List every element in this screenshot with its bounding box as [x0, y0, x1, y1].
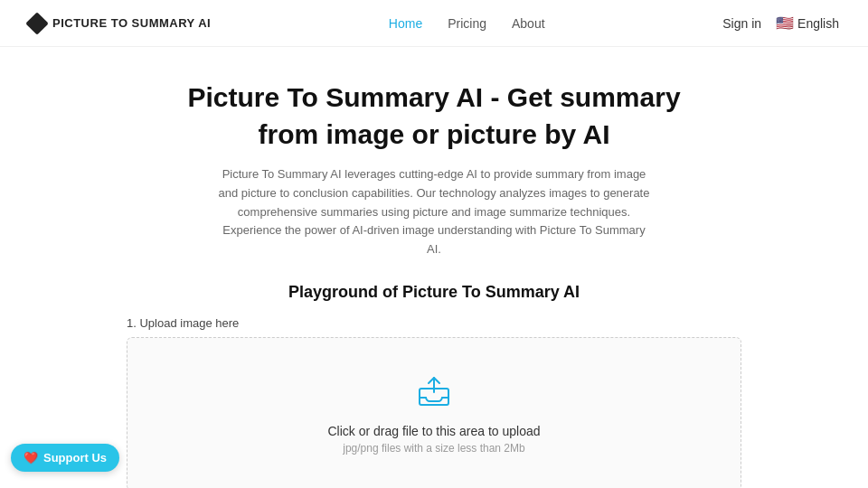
nav-links: Home Pricing About [389, 16, 545, 31]
nav-logo[interactable]: PICTURE TO SUMMARY AI [29, 15, 211, 32]
upload-label: 1. Upload image here [127, 316, 741, 330]
language-label: English [797, 16, 839, 31]
upload-icon [414, 372, 454, 415]
playground-title: Playground of Picture To Summary AI [127, 283, 741, 302]
signin-button[interactable]: Sign in [722, 16, 761, 31]
flag-icon: 🇺🇸 [776, 14, 794, 32]
upload-main-text: Click or drag file to this area to uploa… [327, 424, 540, 438]
upload-dropzone[interactable]: Click or drag file to this area to uploa… [127, 337, 741, 488]
playground-section: Playground of Picture To Summary AI 1. U… [90, 277, 778, 488]
support-button[interactable]: ❤️ Support Us [11, 444, 119, 472]
navbar: PICTURE TO SUMMARY AI Home Pricing About… [0, 0, 868, 47]
nav-link-about[interactable]: About [512, 16, 545, 31]
hero-section: Picture To Summary AI - Get summary from… [0, 47, 868, 277]
logo-diamond-icon [25, 12, 48, 34]
hero-title: Picture To Summary AI - Get summary from… [154, 80, 714, 153]
heart-icon: ❤️ [24, 451, 38, 465]
nav-right: Sign in 🇺🇸 English [722, 14, 839, 32]
support-label: Support Us [43, 451, 107, 465]
language-selector[interactable]: 🇺🇸 English [776, 14, 839, 32]
nav-link-pricing[interactable]: Pricing [448, 16, 486, 31]
logo-text: PICTURE TO SUMMARY AI [52, 16, 211, 30]
upload-sub-text: jpg/png files with a size less than 2Mb [343, 442, 524, 455]
nav-link-home[interactable]: Home [389, 16, 422, 31]
hero-description: Picture To Summary AI leverages cutting-… [217, 165, 651, 259]
